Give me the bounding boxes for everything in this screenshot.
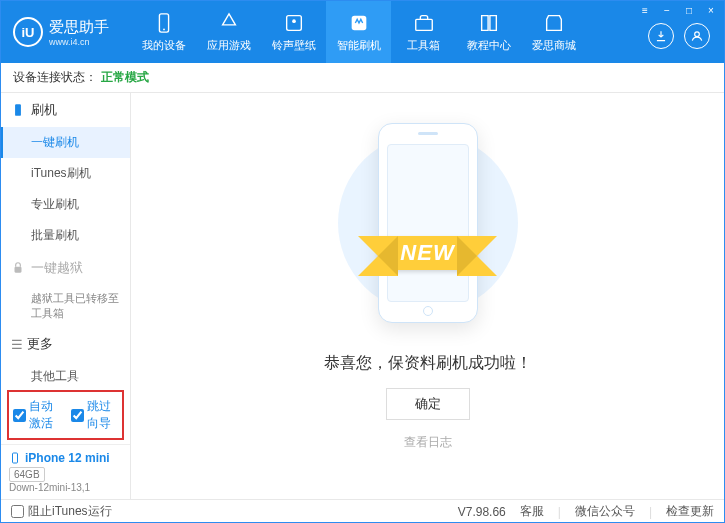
customer-service-link[interactable]: 客服 xyxy=(520,503,544,520)
sidebar-section-flash[interactable]: 刷机 xyxy=(1,93,130,127)
window-controls: ≡ − □ × xyxy=(638,5,718,16)
auto-activate-checkbox[interactable]: 自动激活 xyxy=(13,398,61,432)
device-info[interactable]: iPhone 12 mini 64GB Down-12mini-13,1 xyxy=(1,444,130,499)
new-ribbon: NEW xyxy=(378,236,476,270)
nav-apps[interactable]: 应用游戏 xyxy=(196,1,261,63)
version-label: V7.98.66 xyxy=(458,505,506,519)
nav-my-device[interactable]: 我的设备 xyxy=(131,1,196,63)
sidebar-section-more[interactable]: ☰ 更多 xyxy=(1,327,130,361)
close-icon[interactable]: × xyxy=(704,5,718,16)
nav-label: 工具箱 xyxy=(407,38,440,53)
user-icon xyxy=(690,29,704,43)
success-message: 恭喜您，保资料刷机成功啦！ xyxy=(324,353,532,374)
svg-rect-7 xyxy=(15,104,21,116)
flash-icon xyxy=(348,12,370,34)
brand-name: 爱思助手 xyxy=(49,18,109,37)
sidebar-section-jailbreak[interactable]: 一键越狱 xyxy=(1,251,130,285)
check-update-link[interactable]: 检查更新 xyxy=(666,503,714,520)
user-button[interactable] xyxy=(684,23,710,49)
nav-label: 铃声壁纸 xyxy=(272,38,316,53)
nav-tutorial[interactable]: 教程中心 xyxy=(456,1,521,63)
nav-store[interactable]: 爱思商城 xyxy=(521,1,586,63)
options-highlight: 自动激活 跳过向导 xyxy=(7,390,124,440)
brand-site: www.i4.cn xyxy=(49,37,109,47)
lock-icon xyxy=(11,261,25,275)
svg-rect-9 xyxy=(13,453,18,463)
checkbox-label: 自动激活 xyxy=(29,398,61,432)
phone-icon xyxy=(153,12,175,34)
book-icon xyxy=(478,12,500,34)
svg-rect-5 xyxy=(415,19,432,30)
storage-badge: 64GB xyxy=(9,467,45,482)
nav-tabs: 我的设备 应用游戏 铃声壁纸 智能刷机 工具箱 教程中心 爱思商城 xyxy=(131,1,648,63)
logo-icon: iU xyxy=(13,17,43,47)
block-itunes-checkbox[interactable]: 阻止iTunes运行 xyxy=(11,503,112,520)
phone-small-icon xyxy=(11,103,25,117)
status-label: 设备连接状态： xyxy=(13,69,97,86)
block-itunes-input[interactable] xyxy=(11,505,24,518)
download-button[interactable] xyxy=(648,23,674,49)
svg-rect-8 xyxy=(15,267,22,273)
main-panel: NEW 恭喜您，保资料刷机成功啦！ 确定 查看日志 xyxy=(131,93,724,499)
toolbox-icon xyxy=(413,12,435,34)
download-icon xyxy=(654,29,668,43)
titlebar: ≡ − □ × iU 爱思助手 www.i4.cn 我的设备 应用游戏 铃声壁纸… xyxy=(1,1,724,63)
minimize-icon[interactable]: − xyxy=(660,5,674,16)
nav-ringtones[interactable]: 铃声壁纸 xyxy=(261,1,326,63)
footer: 阻止iTunes运行 V7.98.66 客服 | 微信公众号 | 检查更新 xyxy=(1,499,724,523)
device-name: iPhone 12 mini xyxy=(25,451,110,465)
sidebar-item-batch[interactable]: 批量刷机 xyxy=(1,220,130,251)
toolbar-right xyxy=(648,9,710,63)
nav-label: 爱思商城 xyxy=(532,38,576,53)
view-log-link[interactable]: 查看日志 xyxy=(404,434,452,451)
apps-icon xyxy=(218,12,240,34)
sidebar-item-itunes[interactable]: iTunes刷机 xyxy=(1,158,130,189)
list-icon: ☰ xyxy=(11,337,23,352)
checkbox-label: 跳过向导 xyxy=(87,398,119,432)
phone-tiny-icon xyxy=(9,452,21,464)
sidebar-item-other-tools[interactable]: 其他工具 xyxy=(1,361,130,386)
sidebar-label: 刷机 xyxy=(31,101,57,119)
sidebar-item-pro[interactable]: 专业刷机 xyxy=(1,189,130,220)
success-illustration: NEW xyxy=(353,123,503,333)
nav-label: 教程中心 xyxy=(467,38,511,53)
device-subtitle: Down-12mini-13,1 xyxy=(9,482,122,493)
menu-icon[interactable]: ≡ xyxy=(638,5,652,16)
nav-flash[interactable]: 智能刷机 xyxy=(326,1,391,63)
maximize-icon[interactable]: □ xyxy=(682,5,696,16)
wallpaper-icon xyxy=(283,12,305,34)
auto-activate-input[interactable] xyxy=(13,409,26,422)
status-value: 正常模式 xyxy=(101,69,149,86)
checkbox-label: 阻止iTunes运行 xyxy=(28,503,112,520)
svg-point-3 xyxy=(292,19,296,23)
sidebar-label: 更多 xyxy=(27,335,53,353)
wechat-link[interactable]: 微信公众号 xyxy=(575,503,635,520)
svg-point-1 xyxy=(163,28,165,30)
sidebar-label: 一键越狱 xyxy=(31,259,83,277)
nav-label: 我的设备 xyxy=(142,38,186,53)
skip-guide-input[interactable] xyxy=(71,409,84,422)
skip-guide-checkbox[interactable]: 跳过向导 xyxy=(71,398,119,432)
sidebar-item-oneclick[interactable]: 一键刷机 xyxy=(1,127,130,158)
brand-logo: iU 爱思助手 www.i4.cn xyxy=(1,1,131,63)
jailbreak-note: 越狱工具已转移至 工具箱 xyxy=(1,285,130,327)
svg-point-6 xyxy=(695,32,700,37)
ok-button[interactable]: 确定 xyxy=(386,388,470,420)
store-icon xyxy=(543,12,565,34)
sidebar: 刷机 一键刷机 iTunes刷机 专业刷机 批量刷机 一键越狱 越狱工具已转移至… xyxy=(1,93,131,499)
status-bar: 设备连接状态： 正常模式 xyxy=(1,63,724,93)
nav-label: 智能刷机 xyxy=(337,38,381,53)
nav-toolbox[interactable]: 工具箱 xyxy=(391,1,456,63)
nav-label: 应用游戏 xyxy=(207,38,251,53)
